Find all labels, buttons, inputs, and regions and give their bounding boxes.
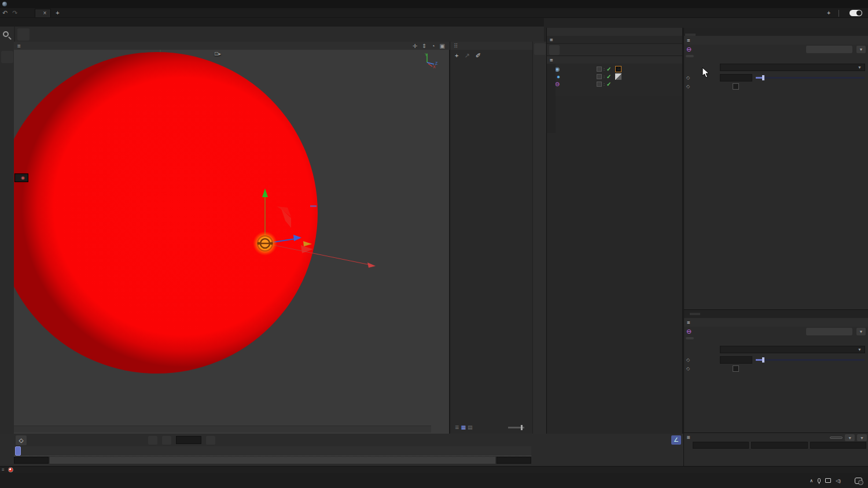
speaker-icon[interactable]: ◁) [836,478,841,483]
palette-icon[interactable] [534,43,546,55]
current-frame-input[interactable] [176,436,201,444]
layer-toggle[interactable] [597,74,602,79]
add-layout-button[interactable]: + [827,10,830,16]
preset-dropdown-arrow[interactable]: ▼ [856,328,866,335]
object-manager-menu-icon[interactable]: ≡ [550,57,553,63]
clip-to-shape-checkbox[interactable] [733,365,739,372]
microphone-icon[interactable] [818,478,821,483]
timeline-range-bar [14,456,531,464]
keyframe-dot-icon[interactable]: ◇ [686,357,692,363]
perspective-viewport[interactable]: ⊡▸ Y Z X ◉ [14,50,450,434]
new-layouts-toggle[interactable] [849,10,862,16]
tab-attributes-2[interactable] [690,313,700,315]
layer-toggle[interactable] [597,66,602,72]
pan-view-icon[interactable]: ✛ [413,43,417,49]
field-type-dropdown[interactable]: ▼ [720,346,865,353]
timeline-mode-button[interactable] [162,436,171,445]
new-tab-button[interactable]: + [56,9,59,16]
phong-tag-icon[interactable] [615,73,621,80]
fcurve-mode-button[interactable]: ∠ [671,435,681,445]
close-tab-icon[interactable]: × [43,10,46,16]
keyframe-dot-icon[interactable]: ◇ [686,75,692,80]
octane-toolbar-button[interactable] [549,45,560,55]
axis-y-label: Y [425,53,428,57]
keyframe-dot-icon[interactable]: ◇ [686,84,692,89]
visibility-dots[interactable]: : [604,83,605,86]
sds-weight-tag-icon[interactable]: ⁘ [615,66,621,72]
taskbar-app[interactable] [285,474,299,487]
detail-view-icon[interactable]: ▤ [468,424,473,430]
object-row-spherical-field[interactable]: ⊖ : ✓ [547,80,682,88]
viewport-camera-label[interactable]: ⊡▸ [214,51,221,57]
rotate-view-icon[interactable]: ◔ [432,43,435,49]
preset-dropdown-arrow[interactable]: ▼ [856,46,866,53]
grid-view-icon[interactable]: ▦ [461,424,466,430]
size-input[interactable] [720,356,752,364]
eyedropper-icon[interactable]: ✐ [476,52,481,60]
attributes-menu-icon[interactable]: ≡ [687,37,690,43]
pop-out-icon[interactable]: ↗ [464,52,469,60]
toolbar-button[interactable] [17,28,30,40]
range-end-input[interactable] [496,457,531,464]
keyframe-dot-icon[interactable]: ◇ [686,366,692,371]
tab-attributes[interactable] [685,34,696,36]
tray-chevron-icon[interactable]: ∧ [810,478,813,483]
timeline-ruler[interactable] [14,446,531,456]
enable-check-icon[interactable]: ✓ [606,81,611,87]
range-slider[interactable] [50,457,495,464]
close-button[interactable] [853,0,868,8]
position-input[interactable] [693,442,749,449]
thumbnail-size-slider[interactable] [508,427,524,428]
enable-check-icon[interactable]: ✓ [606,66,611,72]
display-icon[interactable] [825,478,831,483]
scale-input[interactable] [810,442,866,449]
reset-transform-button[interactable] [830,437,843,439]
coordinates-menu-icon[interactable]: ≡ [687,434,690,441]
document-tab[interactable]: × [35,9,51,17]
enable-check-icon[interactable]: ✓ [606,73,611,80]
redo-icon[interactable]: ↷ [12,9,17,17]
attributes-menu-icon[interactable]: ≡ [687,319,690,326]
transport-button[interactable] [148,436,157,445]
playhead[interactable] [15,446,21,456]
layout-tab[interactable] [805,9,821,17]
maximize-button[interactable] [838,0,853,8]
zoom-view-icon[interactable]: ⇕ [422,43,426,49]
undo-icon[interactable]: ↶ [2,9,8,17]
windows-taskbar: ∧ ◁) [0,473,868,488]
octane-menu-icon[interactable]: ≡ [550,36,553,43]
record-button[interactable] [206,436,215,445]
list-view-icon[interactable]: ≣ [455,424,459,430]
red-sphere-object [14,52,318,374]
minimize-button[interactable] [823,0,838,8]
viewport-menu-icon[interactable]: ≡ [17,43,21,49]
keyframe-diamond-button[interactable]: ◇ [16,435,27,445]
coordinate-mode-dropdown[interactable]: ▼ [845,434,855,441]
object-row-sphere[interactable]: ● : ✓ [547,73,682,80]
size-slider[interactable] [756,359,865,361]
tool-button[interactable] [1,51,13,63]
layer-toggle[interactable] [597,82,602,87]
size-input[interactable] [720,74,752,82]
attribute-tab[interactable] [686,55,694,57]
drag-handle-icon[interactable]: ⠿ [454,43,458,49]
preset-dropdown[interactable] [806,328,852,335]
render-status-icon[interactable] [8,467,13,472]
field-type-dropdown[interactable]: ▼ [720,64,865,71]
range-start-input[interactable] [14,457,49,464]
object-row-subdivision-surface[interactable]: ⊟ ◉ : ✓ ⁘ [547,65,682,73]
search-button[interactable] [0,27,14,50]
visibility-dots[interactable]: : [604,68,605,71]
size-slider[interactable] [756,77,865,79]
attribute-tab[interactable] [686,337,694,339]
add-icon[interactable]: + [455,52,458,60]
toggle-view-icon[interactable]: ▣ [440,43,445,49]
tab-layers[interactable] [697,34,707,36]
notifications-icon[interactable] [855,478,862,484]
preset-dropdown[interactable] [806,46,852,53]
visibility-dots[interactable]: : [604,76,605,78]
status-menu-icon[interactable]: ≡ [2,467,5,472]
coordinate-size-dropdown[interactable]: ▼ [857,434,867,441]
rotation-input[interactable] [751,442,807,449]
clip-to-shape-checkbox[interactable] [733,83,739,90]
